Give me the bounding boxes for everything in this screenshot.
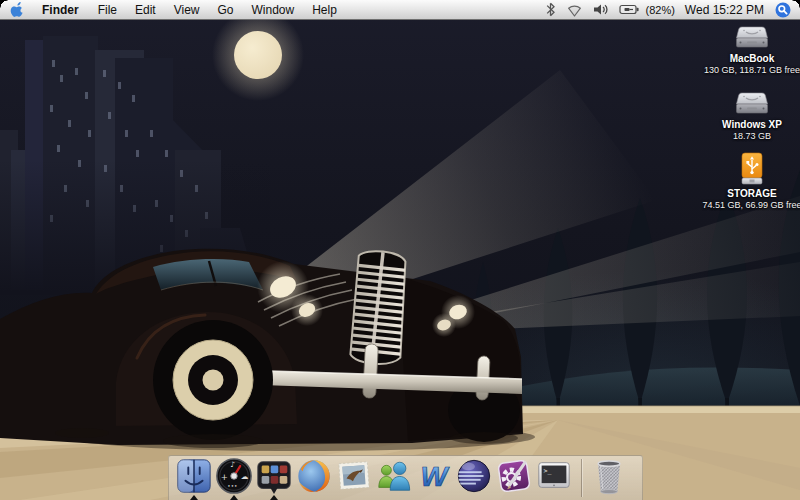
svg-text:•••: •••	[227, 483, 237, 489]
svg-text:♪: ♪	[230, 460, 235, 469]
menu-go[interactable]: Go	[209, 0, 243, 19]
battery-menu[interactable]	[614, 0, 645, 19]
bluetooth-icon	[545, 2, 556, 17]
battery-icon	[619, 2, 640, 17]
trash-icon	[590, 457, 628, 497]
app-drawer-icon	[255, 457, 293, 497]
spotlight-icon	[775, 2, 791, 18]
menu-edit-label: Edit	[135, 3, 156, 17]
gear-pencil-app-icon	[495, 457, 533, 495]
dock-item-word[interactable]: W	[414, 457, 454, 499]
dock-item-eclipse[interactable]	[454, 457, 494, 499]
menu-finder[interactable]: Finder	[32, 0, 89, 19]
menu-help-label: Help	[312, 3, 337, 17]
menu-bar: Finder File Edit View Go Window Help	[0, 0, 800, 20]
menu-window[interactable]: Window	[243, 0, 304, 19]
screen-corner-left	[0, 0, 8, 8]
svg-text:>_: >_	[544, 467, 552, 475]
desktop-icon-macbook[interactable]: MacBook 130 GB, 118.71 GB free	[692, 24, 800, 75]
dock-item-terminal[interactable]: >_	[534, 457, 574, 499]
bluetooth-menu[interactable]	[540, 0, 561, 19]
dock: + ♪ ☁ •••	[168, 455, 643, 500]
terminal-icon: >_	[535, 457, 573, 495]
volume-name: MacBook	[730, 53, 774, 64]
word-icon: W	[415, 457, 453, 495]
menu-go-label: Go	[218, 3, 234, 17]
menu-file-label: File	[98, 3, 117, 17]
moon	[234, 31, 282, 79]
wifi-menu[interactable]	[561, 0, 588, 19]
dock-item-mail[interactable]	[334, 457, 374, 499]
dock-item-finder[interactable]	[174, 457, 214, 499]
volume-info: 74.51 GB, 66.99 GB free	[702, 200, 800, 210]
volume-menu[interactable]	[588, 0, 614, 19]
menu-finder-label: Finder	[42, 3, 79, 17]
firefox-icon	[295, 457, 333, 495]
dock-item-messenger[interactable]	[374, 457, 414, 499]
desktop-icon-windows-xp[interactable]: Windows XP 18.73 GB	[692, 90, 800, 141]
menu-window-label: Window	[252, 3, 295, 17]
dashboard-gauge-icon: + ♪ ☁ •••	[215, 457, 253, 495]
dock-item-trash[interactable]	[589, 457, 629, 499]
volume-info: 130 GB, 118.71 GB free	[704, 65, 800, 75]
menu-help[interactable]: Help	[303, 0, 346, 19]
front-wheel	[153, 320, 273, 440]
svg-text:+: +	[221, 472, 228, 482]
dock-item-firefox[interactable]	[294, 457, 334, 499]
volume-name: STORAGE	[727, 188, 776, 199]
eclipse-icon	[455, 457, 493, 495]
dock-divider	[581, 459, 582, 497]
running-indicator	[270, 495, 278, 500]
internal-drive-icon	[734, 90, 770, 116]
dock-item-app-drawer[interactable]	[254, 457, 294, 499]
finder-icon	[175, 457, 213, 495]
wifi-icon	[566, 3, 583, 17]
volume-info: 18.73 GB	[733, 131, 771, 141]
usb-drive-icon	[737, 152, 767, 185]
mail-stamp-icon	[335, 457, 373, 495]
battery-percent: (82%)	[645, 4, 679, 16]
desktop-icon-storage[interactable]: STORAGE 74.51 GB, 66.99 GB free	[692, 152, 800, 210]
running-indicator	[230, 495, 238, 500]
menu-file[interactable]: File	[89, 0, 126, 19]
screen-corner-right	[792, 0, 800, 8]
messenger-buddies-icon	[375, 457, 413, 495]
menu-clock[interactable]: Wed 15:22 PM	[679, 3, 770, 17]
apple-logo-icon	[10, 2, 23, 17]
menu-view[interactable]: View	[165, 0, 209, 19]
dock-item-dashboard[interactable]: + ♪ ☁ •••	[214, 457, 254, 499]
dock-item-gear-pencil-app[interactable]	[494, 457, 534, 499]
menu-edit[interactable]: Edit	[126, 0, 165, 19]
volume-name: Windows XP	[722, 119, 782, 130]
internal-drive-icon	[734, 24, 770, 50]
svg-text:☁: ☁	[241, 472, 249, 481]
desktop-wallpaper: Eka	[0, 0, 800, 500]
menu-view-label: View	[174, 3, 200, 17]
svg-text:W: W	[421, 460, 450, 492]
running-indicator	[190, 495, 198, 500]
speaker-icon	[593, 2, 609, 17]
